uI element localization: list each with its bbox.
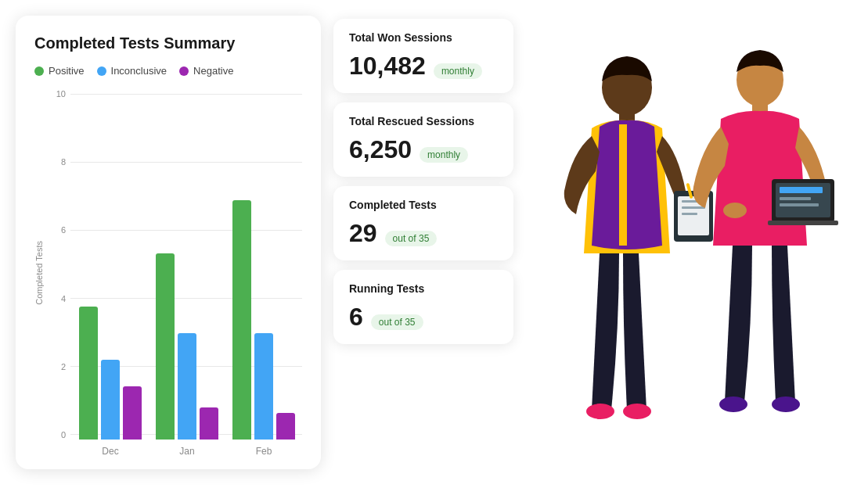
- svg-point-20: [772, 396, 800, 412]
- bar-dec-negative: [123, 386, 142, 440]
- bar-group-jan: [156, 253, 218, 440]
- svg-rect-6: [682, 213, 697, 215]
- svg-rect-16: [780, 203, 819, 206]
- main-container: Completed Tests Summary Positive Inconcl…: [16, 16, 852, 472]
- y-tick-4: 4: [50, 294, 66, 303]
- svg-rect-5: [682, 206, 705, 209]
- stat-badge-total-rescued: monthly: [420, 147, 468, 163]
- people-illustration: [541, 34, 838, 472]
- x-axis: Dec Jan Feb: [50, 446, 302, 457]
- y-tick-10: 10: [50, 89, 66, 99]
- legend-item-inconclusive: Inconclusive: [97, 65, 167, 77]
- stat-badge-total-won: monthly: [434, 63, 482, 79]
- stat-value-row-total-rescued: 6,250 monthly: [349, 135, 498, 164]
- chart-legend: Positive Inconclusive Negative: [34, 65, 302, 77]
- stat-value-completed-tests: 29: [349, 219, 377, 248]
- bar-group-dec: [79, 307, 142, 440]
- legend-item-positive: Positive: [34, 65, 85, 77]
- stat-value-total-won: 10,482: [349, 52, 426, 81]
- negative-dot: [179, 66, 189, 76]
- stat-badge-completed-tests: out of 35: [385, 231, 438, 246]
- svg-rect-15: [780, 197, 811, 200]
- bar-dec-inconclusive: [101, 360, 120, 440]
- y-tick-0: 0: [50, 430, 66, 440]
- bar-jan-negative: [200, 407, 218, 440]
- stat-value-row-completed-tests: 29 out of 35: [349, 219, 498, 248]
- stat-value-running-tests: 6: [349, 303, 363, 332]
- y-axis-label: Completed Tests: [34, 241, 44, 305]
- stat-value-row-total-won: 10,482 monthly: [349, 52, 498, 81]
- svg-rect-14: [780, 187, 823, 193]
- bar-dec-positive: [79, 307, 98, 440]
- stat-value-row-running-tests: 6 out of 35: [349, 303, 498, 332]
- bar-group-feb: [232, 200, 295, 440]
- negative-label: Negative: [193, 65, 233, 77]
- stat-badge-running-tests: out of 35: [371, 314, 423, 330]
- svg-point-9: [623, 404, 651, 419]
- grid-and-bars: 10 8 6 4: [50, 89, 302, 440]
- inconclusive-dot: [97, 66, 106, 76]
- chart-title: Completed Tests Summary: [34, 34, 302, 52]
- legend-item-negative: Negative: [179, 65, 233, 77]
- y-tick-8: 8: [50, 157, 66, 167]
- stats-panel: Total Won Sessions 10,482 monthly Total …: [333, 16, 513, 344]
- stat-card-running-tests: Running Tests 6 out of 35: [333, 270, 513, 344]
- stat-card-completed-tests: Completed Tests 29 out of 35: [333, 186, 513, 260]
- stat-label-completed-tests: Completed Tests: [349, 199, 498, 211]
- x-label-feb: Feb: [232, 446, 295, 457]
- bar-feb-inconclusive: [254, 333, 273, 440]
- y-tick-6: 6: [50, 225, 66, 235]
- chart-area: Completed Tests 10 8: [34, 89, 302, 457]
- bar-feb-positive: [232, 200, 251, 440]
- positive-dot: [34, 66, 44, 76]
- chart-plot: 10 8 6 4: [50, 89, 302, 457]
- svg-point-19: [719, 396, 747, 412]
- chart-inner: Completed Tests 10 8: [34, 89, 302, 457]
- inconclusive-label: Inconclusive: [111, 65, 167, 77]
- bar-jan-inconclusive: [178, 333, 196, 440]
- x-label-jan: Jan: [156, 446, 218, 457]
- svg-point-8: [586, 404, 614, 419]
- stat-card-total-rescued: Total Rescued Sessions 6,250 monthly: [333, 102, 513, 177]
- chart-card: Completed Tests Summary Positive Inconcl…: [16, 16, 321, 469]
- y-tick-2: 2: [50, 362, 66, 371]
- stat-value-total-rescued: 6,250: [349, 135, 412, 164]
- x-label-dec: Dec: [79, 446, 142, 457]
- bar-feb-negative: [276, 413, 295, 440]
- bar-jan-positive: [156, 253, 175, 440]
- stat-label-running-tests: Running Tests: [349, 282, 498, 295]
- illustration-area: [526, 16, 852, 472]
- svg-rect-17: [768, 221, 838, 225]
- stat-label-total-rescued: Total Rescued Sessions: [349, 115, 498, 127]
- svg-point-18: [723, 203, 747, 218]
- stat-card-total-won: Total Won Sessions 10,482 monthly: [333, 19, 513, 93]
- stat-label-total-won: Total Won Sessions: [349, 31, 498, 44]
- positive-label: Positive: [49, 65, 85, 77]
- bars-container: [72, 89, 302, 440]
